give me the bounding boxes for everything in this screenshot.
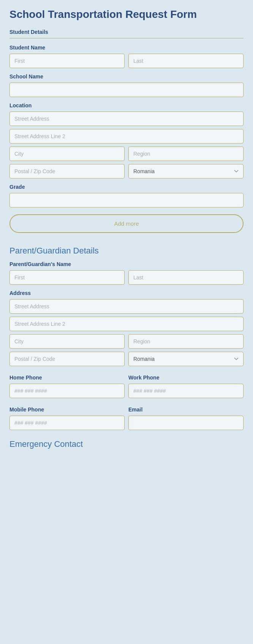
email-field: Email <box>128 401 244 430</box>
home-phone-label: Home Phone <box>9 375 125 381</box>
student-first-name-field <box>9 54 125 68</box>
student-last-name-field <box>128 54 244 68</box>
guardian-city-region-row <box>9 334 244 349</box>
guardian-last-name-field <box>128 270 244 285</box>
page-title: School Transportation Request Form <box>9 8 244 21</box>
guardian-postal-field <box>9 352 125 366</box>
location-city-region-row <box>9 147 244 161</box>
student-name-row <box>9 54 244 68</box>
guardian-region-field <box>128 334 244 349</box>
location-label: Location <box>9 102 244 108</box>
add-more-button[interactable]: Add more <box>9 214 244 233</box>
guardian-country-select[interactable]: Romania <box>128 352 244 366</box>
mobile-phone-input[interactable] <box>9 416 125 430</box>
student-details-section: Student Details Student Name School Name… <box>9 29 244 237</box>
email-label: Email <box>128 406 244 413</box>
guardian-city-input[interactable] <box>9 334 125 349</box>
guardian-name-label: Parent/Guardian's Name <box>9 261 244 267</box>
mobile-phone-field: Mobile Phone <box>9 401 125 430</box>
student-first-name-input[interactable] <box>9 54 125 68</box>
grade-label: Grade <box>9 184 244 190</box>
student-name-label: Student Name <box>9 45 244 51</box>
school-name-field <box>9 83 244 97</box>
guardian-postal-input[interactable] <box>9 352 125 366</box>
home-phone-field: Home Phone <box>9 369 125 398</box>
mobile-phone-label: Mobile Phone <box>9 406 125 413</box>
guardian-city-field <box>9 334 125 349</box>
guardian-section-heading: Parent/Guardian Details <box>9 246 244 256</box>
location-city-input[interactable] <box>9 147 125 161</box>
phone-row-1: Home Phone Work Phone <box>9 369 244 398</box>
location-region-field <box>128 147 244 161</box>
guardian-last-name-input[interactable] <box>128 270 244 285</box>
location-city-field <box>9 147 125 161</box>
guardian-region-input[interactable] <box>128 334 244 349</box>
guardian-street2-field <box>9 317 244 331</box>
guardian-street-input[interactable] <box>9 299 244 314</box>
location-country-field: Romania <box>128 164 244 179</box>
student-section-label: Student Details <box>9 29 244 35</box>
emergency-section-heading: Emergency Contact <box>9 439 244 449</box>
guardian-address-label: Address <box>9 290 244 296</box>
guardian-first-name-field <box>9 270 125 285</box>
location-postal-field <box>9 164 125 179</box>
location-street-input[interactable] <box>9 112 244 126</box>
work-phone-field: Work Phone <box>128 369 244 398</box>
guardian-postal-country-row: Romania <box>9 352 244 366</box>
student-divider <box>9 38 244 38</box>
location-region-input[interactable] <box>128 147 244 161</box>
school-name-input[interactable] <box>9 83 244 97</box>
guardian-street-field <box>9 299 244 314</box>
grade-field <box>9 193 244 207</box>
location-country-select[interactable]: Romania <box>128 164 244 179</box>
guardian-country-field: Romania <box>128 352 244 366</box>
location-street2-input[interactable] <box>9 129 244 143</box>
location-street2-field <box>9 129 244 143</box>
email-input[interactable] <box>128 416 244 430</box>
guardian-name-row <box>9 270 244 285</box>
student-last-name-input[interactable] <box>128 54 244 68</box>
location-postal-input[interactable] <box>9 164 125 179</box>
home-phone-input[interactable] <box>9 384 125 398</box>
work-phone-input[interactable] <box>128 384 244 398</box>
phone-email-row: Mobile Phone Email <box>9 401 244 430</box>
location-street-field <box>9 112 244 126</box>
location-postal-country-row: Romania <box>9 164 244 179</box>
grade-input[interactable] <box>9 193 244 207</box>
guardian-first-name-input[interactable] <box>9 270 125 285</box>
work-phone-label: Work Phone <box>128 375 244 381</box>
emergency-contact-section: Emergency Contact <box>9 439 244 449</box>
guardian-street2-input[interactable] <box>9 317 244 331</box>
guardian-details-section: Parent/Guardian Details Parent/Guardian'… <box>9 246 244 430</box>
school-name-label: School Name <box>9 73 244 80</box>
